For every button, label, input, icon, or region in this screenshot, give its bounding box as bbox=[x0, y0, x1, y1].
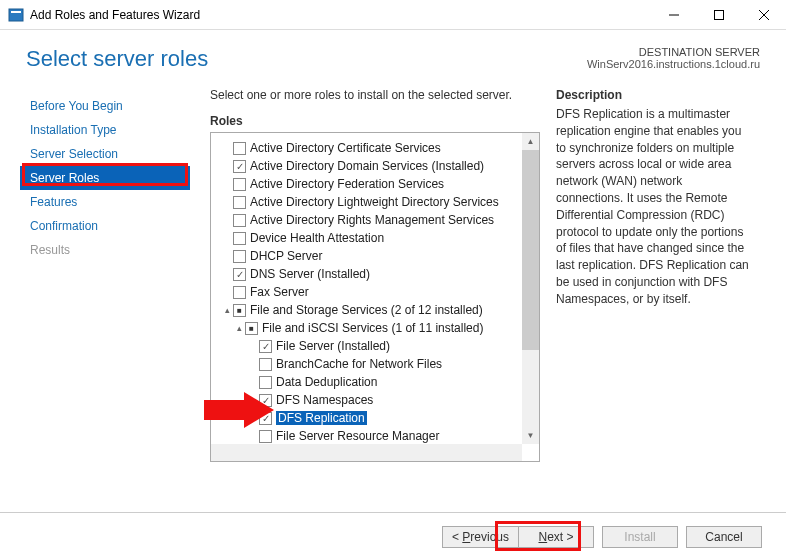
role-row[interactable]: Active Directory Certificate Services bbox=[219, 139, 539, 157]
annotation-arrow bbox=[204, 392, 274, 431]
role-checkbox[interactable] bbox=[233, 178, 246, 191]
svg-marker-6 bbox=[204, 392, 274, 428]
role-checkbox[interactable] bbox=[259, 340, 272, 353]
role-checkbox[interactable] bbox=[233, 142, 246, 155]
svg-rect-1 bbox=[11, 11, 21, 13]
role-label[interactable]: BranchCache for Network Files bbox=[276, 357, 442, 371]
role-checkbox[interactable] bbox=[233, 196, 246, 209]
role-checkbox[interactable] bbox=[233, 214, 246, 227]
role-checkbox[interactable] bbox=[233, 160, 246, 173]
role-label[interactable]: File Server (Installed) bbox=[276, 339, 390, 353]
scroll-down-icon[interactable]: ▼ bbox=[522, 427, 539, 444]
destination-info: DESTINATION SERVER WinServ2016.instructi… bbox=[587, 46, 760, 72]
role-row[interactable]: BranchCache for Network Files bbox=[219, 355, 539, 373]
role-label[interactable]: Active Directory Rights Management Servi… bbox=[250, 213, 494, 227]
role-label[interactable]: File and iSCSI Services (1 of 11 install… bbox=[262, 321, 483, 335]
role-checkbox[interactable] bbox=[233, 304, 246, 317]
nav-item-features[interactable]: Features bbox=[20, 190, 190, 214]
nav-item-before-you-begin[interactable]: Before You Begin bbox=[20, 94, 190, 118]
scroll-thumb[interactable] bbox=[522, 150, 539, 350]
previous-button[interactable]: < Previous bbox=[442, 526, 518, 548]
nav-item-confirmation[interactable]: Confirmation bbox=[20, 214, 190, 238]
role-row[interactable]: Fax Server bbox=[219, 283, 539, 301]
role-row[interactable]: Active Directory Rights Management Servi… bbox=[219, 211, 539, 229]
svg-rect-0 bbox=[9, 9, 23, 21]
role-checkbox[interactable] bbox=[259, 376, 272, 389]
close-button[interactable] bbox=[741, 0, 786, 29]
role-row[interactable]: DNS Server (Installed) bbox=[219, 265, 539, 283]
role-label[interactable]: DFS Replication bbox=[276, 411, 367, 425]
role-row[interactable]: Active Directory Lightweight Directory S… bbox=[219, 193, 539, 211]
role-row[interactable]: Data Deduplication bbox=[219, 373, 539, 391]
role-label[interactable]: Active Directory Federation Services bbox=[250, 177, 444, 191]
scrollbar-vertical[interactable]: ▲ ▼ bbox=[522, 133, 539, 444]
nav-item-server-selection[interactable]: Server Selection bbox=[20, 142, 190, 166]
role-label[interactable]: File and Storage Services (2 of 12 insta… bbox=[250, 303, 483, 317]
destination-label: DESTINATION SERVER bbox=[587, 46, 760, 58]
expander-icon[interactable]: ▴ bbox=[221, 305, 233, 315]
nav-item-server-roles[interactable]: Server Roles bbox=[20, 166, 190, 190]
role-checkbox[interactable] bbox=[233, 286, 246, 299]
expander-icon[interactable]: ▴ bbox=[233, 323, 245, 333]
role-label[interactable]: Active Directory Domain Services (Instal… bbox=[250, 159, 484, 173]
page-title: Select server roles bbox=[26, 46, 208, 72]
role-row[interactable]: Active Directory Federation Services bbox=[219, 175, 539, 193]
role-checkbox[interactable] bbox=[259, 358, 272, 371]
role-label[interactable]: Active Directory Certificate Services bbox=[250, 141, 441, 155]
role-label[interactable]: DNS Server (Installed) bbox=[250, 267, 370, 281]
svg-rect-3 bbox=[714, 10, 723, 19]
role-row[interactable]: Device Health Attestation bbox=[219, 229, 539, 247]
role-label[interactable]: DHCP Server bbox=[250, 249, 322, 263]
description-text: DFS Replication is a multimaster replica… bbox=[556, 106, 750, 308]
nav-item-installation-type[interactable]: Installation Type bbox=[20, 118, 190, 142]
role-label[interactable]: Fax Server bbox=[250, 285, 309, 299]
minimize-button[interactable] bbox=[651, 0, 696, 29]
next-button[interactable]: Next > bbox=[518, 526, 594, 548]
role-row[interactable]: ▴File and iSCSI Services (1 of 11 instal… bbox=[219, 319, 539, 337]
window-title: Add Roles and Features Wizard bbox=[30, 8, 651, 22]
maximize-button[interactable] bbox=[696, 0, 741, 29]
install-button: Install bbox=[602, 526, 678, 548]
footer: < Previous Next > Install Cancel bbox=[0, 512, 786, 560]
role-checkbox[interactable] bbox=[245, 322, 258, 335]
app-icon bbox=[8, 7, 24, 23]
role-checkbox[interactable] bbox=[259, 430, 272, 443]
role-row[interactable]: DHCP Server bbox=[219, 247, 539, 265]
role-row[interactable]: ▴File and Storage Services (2 of 12 inst… bbox=[219, 301, 539, 319]
instruction-text: Select one or more roles to install on t… bbox=[210, 88, 540, 102]
role-checkbox[interactable] bbox=[233, 250, 246, 263]
role-row[interactable]: File Server (Installed) bbox=[219, 337, 539, 355]
role-label[interactable]: DFS Namespaces bbox=[276, 393, 373, 407]
scrollbar-horizontal[interactable] bbox=[211, 444, 522, 461]
description-label: Description bbox=[556, 88, 750, 102]
cancel-button[interactable]: Cancel bbox=[686, 526, 762, 548]
role-label[interactable]: Active Directory Lightweight Directory S… bbox=[250, 195, 499, 209]
destination-server: WinServ2016.instructions.1cloud.ru bbox=[587, 58, 760, 70]
header: Select server roles DESTINATION SERVER W… bbox=[0, 30, 786, 80]
titlebar: Add Roles and Features Wizard bbox=[0, 0, 786, 30]
role-label[interactable]: Data Deduplication bbox=[276, 375, 377, 389]
scroll-up-icon[interactable]: ▲ bbox=[522, 133, 539, 150]
roles-label: Roles bbox=[210, 114, 540, 128]
role-row[interactable]: Active Directory Domain Services (Instal… bbox=[219, 157, 539, 175]
role-checkbox[interactable] bbox=[233, 232, 246, 245]
nav-sidebar: Before You BeginInstallation TypeServer … bbox=[20, 88, 190, 508]
role-label[interactable]: File Server Resource Manager bbox=[276, 429, 439, 443]
role-label[interactable]: Device Health Attestation bbox=[250, 231, 384, 245]
role-checkbox[interactable] bbox=[233, 268, 246, 281]
nav-item-results: Results bbox=[20, 238, 190, 262]
